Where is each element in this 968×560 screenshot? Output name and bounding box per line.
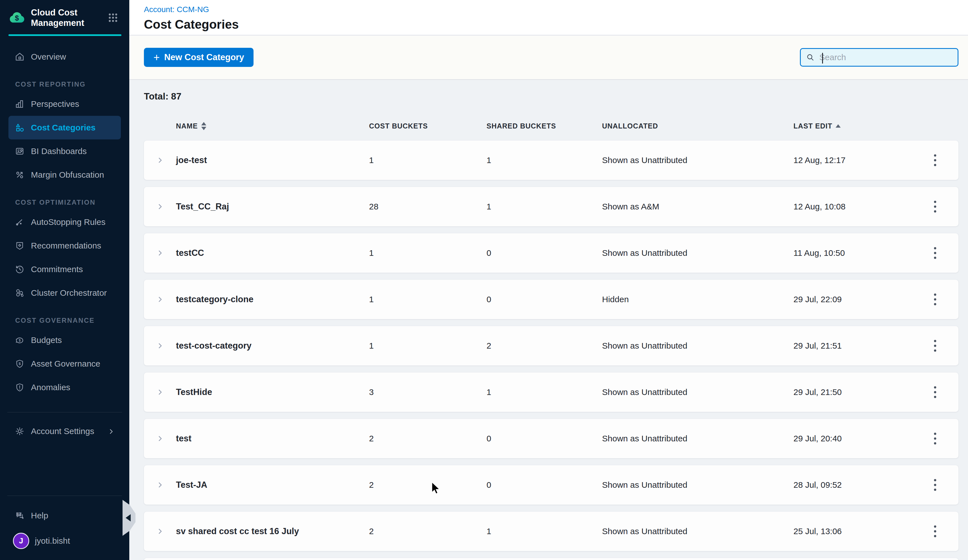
cost-category-name: test — [176, 434, 369, 444]
column-header-label: LAST EDIT — [794, 122, 832, 130]
sidebar-item-cluster-orchestrator[interactable]: Cluster Orchestrator — [0, 281, 129, 305]
row-menu-kebab-icon[interactable] — [931, 430, 939, 447]
sidebar-item-help[interactable]: ? Help — [0, 504, 129, 527]
sidebar-item-label: Recommendations — [31, 241, 101, 250]
shared-buckets-value: 1 — [487, 388, 602, 397]
module-title: Cloud Cost Management — [31, 7, 97, 28]
row-menu-kebab-icon[interactable] — [931, 244, 939, 262]
row-menu-kebab-icon[interactable] — [931, 198, 939, 215]
table-row[interactable]: testcategory-clone 1 0 Hidden 29 Jul, 22… — [144, 280, 958, 319]
row-menu-kebab-icon[interactable] — [931, 476, 939, 494]
commitments-icon — [15, 264, 25, 274]
bi-dashboards-icon — [15, 146, 25, 156]
module-switcher-grid-icon[interactable] — [104, 9, 122, 27]
table-row[interactable]: testCC 1 0 Shown as Unattributed 11 Aug,… — [144, 234, 958, 273]
sidebar-divider — [7, 495, 122, 496]
cost-category-name: test-cost-category — [176, 341, 369, 351]
shared-buckets-value: 0 — [487, 295, 602, 304]
asset-governance-icon: $ — [15, 359, 25, 369]
column-header-last-edit[interactable]: LAST EDIT — [794, 122, 912, 130]
sidebar-item-overview[interactable]: Overview — [0, 45, 129, 69]
table-row[interactable]: Test_CC_Raj 28 1 Shown as A&M 12 Aug, 10… — [144, 187, 958, 226]
table-row-partial[interactable] — [144, 558, 958, 560]
sidebar-item-label: BI Dashboards — [31, 146, 86, 156]
chevron-right-icon[interactable] — [144, 388, 176, 396]
chevron-right-icon[interactable] — [144, 295, 176, 303]
sidebar-item-bi-dashboards[interactable]: BI Dashboards — [0, 139, 129, 163]
chevron-right-icon[interactable] — [144, 156, 176, 164]
table-row[interactable]: TestHide 3 1 Shown as Unattributed 29 Ju… — [144, 373, 958, 412]
user-name-label: jyoti.bisht — [35, 536, 70, 546]
column-header-name[interactable]: NAME — [176, 122, 369, 130]
unallocated-value: Shown as Unattributed — [602, 388, 794, 397]
new-cost-category-label: New Cost Category — [164, 52, 244, 62]
cloud-cost-management-logo-icon: $ — [8, 9, 27, 27]
row-menu-kebab-icon[interactable] — [931, 523, 939, 540]
sidebar-item-perspectives[interactable]: Perspectives — [0, 92, 129, 116]
new-cost-category-button[interactable]: + New Cost Category — [144, 48, 254, 67]
sidebar-item-margin-obfuscation[interactable]: Margin Obfuscation — [0, 163, 129, 187]
sidebar-item-recommendations[interactable]: Recommendations — [0, 234, 129, 257]
total-count-label: Total: 87 — [144, 91, 958, 102]
cost-buckets-value: 2 — [369, 434, 487, 443]
chevron-right-icon[interactable] — [144, 342, 176, 350]
chevron-right-icon — [108, 427, 115, 435]
sidebar-item-cost-categories[interactable]: Cost Categories — [8, 116, 121, 139]
sidebar-item-label: Perspectives — [31, 99, 79, 109]
sidebar-item-budgets[interactable]: $ Budgets — [0, 328, 129, 352]
chevron-right-icon[interactable] — [144, 435, 176, 442]
sidebar-item-commitments[interactable]: Commitments — [0, 257, 129, 281]
shared-buckets-value: 0 — [487, 480, 602, 490]
sidebar-item-autostopping-rules[interactable]: AutoStopping Rules — [0, 210, 129, 234]
shared-buckets-value: 2 — [487, 341, 602, 351]
chevron-right-icon[interactable] — [144, 527, 176, 535]
row-menu-kebab-icon[interactable] — [931, 152, 939, 169]
unallocated-value: Shown as A&M — [602, 202, 794, 211]
table-row[interactable]: Test-JA 2 0 Shown as Unattributed 28 Jul… — [144, 465, 958, 505]
sidebar-item-user-profile[interactable]: J jyoti.bisht — [0, 527, 129, 554]
row-menu-kebab-icon[interactable] — [931, 337, 939, 355]
search-input[interactable] — [819, 53, 953, 62]
budgets-icon: $ — [15, 335, 25, 345]
chevron-right-icon[interactable] — [144, 249, 176, 257]
chevron-right-icon[interactable] — [144, 203, 176, 210]
last-edit-value: 11 Aug, 10:50 — [794, 248, 912, 258]
column-header-cost-buckets: COST BUCKETS — [369, 122, 487, 130]
sidebar-item-asset-governance[interactable]: $ Asset Governance — [0, 352, 129, 376]
breadcrumb-account-link[interactable]: Account: CCM-NG — [144, 5, 968, 14]
cost-category-name: Test_CC_Raj — [176, 202, 369, 212]
sidebar-item-label: Anomalies — [31, 383, 70, 392]
main-area: Account: CCM-NG Cost Categories + New Co… — [129, 0, 968, 560]
shared-buckets-value: 1 — [487, 527, 602, 536]
row-menu-kebab-icon[interactable] — [931, 383, 939, 401]
bar-chart-icon — [15, 99, 25, 109]
last-edit-value: 29 Jul, 21:50 — [794, 388, 912, 397]
brand: $ Cloud Cost Management — [0, 0, 129, 28]
last-edit-value: 28 Jul, 09:52 — [794, 480, 912, 490]
module-accent-bar — [8, 34, 121, 36]
page-title: Cost Categories — [144, 17, 968, 31]
table-row[interactable]: test-cost-category 1 2 Shown as Unattrib… — [144, 326, 958, 366]
search-icon — [806, 53, 815, 62]
unallocated-value: Shown as Unattributed — [602, 341, 794, 351]
sidebar: $ Cloud Cost Management — [0, 0, 129, 560]
sidebar-item-anomalies[interactable]: Anomalies — [0, 376, 129, 399]
anomalies-icon — [15, 382, 25, 393]
chevron-right-icon[interactable] — [144, 481, 176, 489]
app-root: $ Cloud Cost Management — [0, 0, 968, 560]
table-header-row: NAME COST BUCKETS SHARED BUCKETS UNALLOC… — [144, 120, 958, 132]
table-row[interactable]: joe-test 1 1 Shown as Unattributed 12 Au… — [144, 141, 958, 180]
sidebar-item-label: Cost Categories — [31, 123, 96, 133]
last-edit-value: 12 Aug, 12:17 — [794, 156, 912, 165]
search-box[interactable] — [800, 48, 958, 66]
cost-buckets-value: 1 — [369, 248, 487, 258]
column-header-label: NAME — [176, 122, 198, 130]
sidebar-item-label: Margin Obfuscation — [31, 170, 104, 180]
sort-both-icon — [201, 122, 206, 130]
table-row[interactable]: sv shared cost cc test 16 July 2 1 Shown… — [144, 512, 958, 551]
sidebar-item-account-settings[interactable]: Account Settings — [0, 419, 129, 443]
table-row[interactable]: test 2 0 Shown as Unattributed 29 Jul, 2… — [144, 419, 958, 458]
cost-buckets-value: 1 — [369, 156, 487, 165]
gear-icon — [15, 426, 25, 436]
row-menu-kebab-icon[interactable] — [931, 291, 939, 308]
